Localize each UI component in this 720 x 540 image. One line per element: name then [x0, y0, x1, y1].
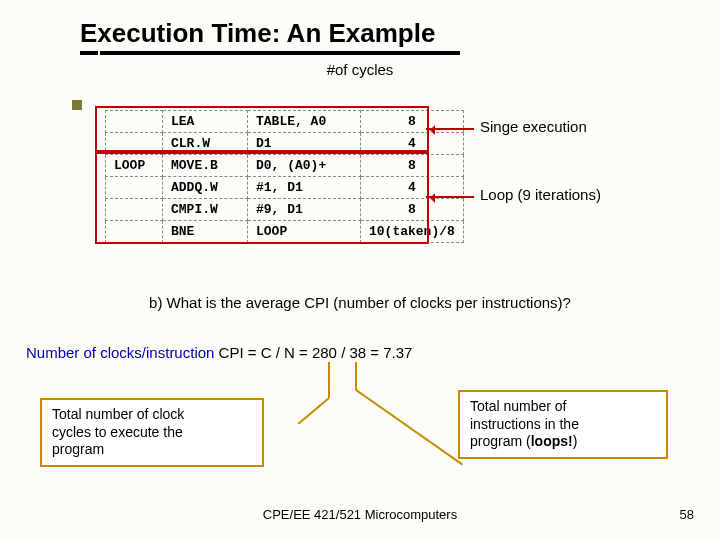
col-cycles: 8 [361, 155, 464, 177]
title-underline [80, 51, 460, 55]
arrow-single-icon [426, 128, 474, 130]
callout-line: program ( [470, 433, 531, 449]
connector-diag-left-icon [298, 397, 330, 424]
col-mnemonic: CLR.W [163, 133, 248, 155]
annot-loop: Loop (9 iterations) [480, 186, 601, 203]
col-label [106, 221, 163, 243]
annot-single: Singe execution [480, 118, 587, 135]
col-cycles: 8 [361, 199, 464, 221]
col-operands: #9, D1 [248, 199, 361, 221]
arrow-loop-icon [426, 196, 474, 198]
callout-line: Total number of clock [52, 406, 184, 422]
col-label [106, 111, 163, 133]
callout-line-bold: loops! [531, 433, 573, 449]
table-row: BNE LOOP 10(taken)/8 [106, 221, 464, 243]
page-number: 58 [680, 507, 694, 522]
cpi-line: Number of clocks/instruction CPI = C / N… [26, 344, 412, 361]
callout-line: program [52, 441, 104, 457]
col-cycles: 4 [361, 133, 464, 155]
col-operands: D0, (A0)+ [248, 155, 361, 177]
callout-line: Total number of [470, 398, 567, 414]
callout-total-instructions: Total number of instructions in the prog… [458, 390, 668, 459]
connector-left-icon [328, 362, 330, 398]
bullet-icon [72, 100, 82, 110]
cycles-header: #of cycles [0, 61, 720, 78]
footer-course: CPE/EE 421/521 Microcomputers [0, 507, 720, 522]
callout-line: instructions in the [470, 416, 579, 432]
col-operands: TABLE, A0 [248, 111, 361, 133]
col-mnemonic: MOVE.B [163, 155, 248, 177]
col-mnemonic: BNE [163, 221, 248, 243]
connector-diag-right-icon [355, 389, 463, 465]
slide-title: Execution Time: An Example [0, 0, 720, 51]
table-row: LEA TABLE, A0 8 [106, 111, 464, 133]
col-label [106, 199, 163, 221]
col-operands: D1 [248, 133, 361, 155]
col-operands: LOOP [248, 221, 361, 243]
col-cycles: 10(taken)/8 [361, 221, 464, 243]
table-row: CMPI.W #9, D1 8 [106, 199, 464, 221]
col-mnemonic: ADDQ.W [163, 177, 248, 199]
cpi-formula: CPI = C / N = 280 / 38 = 7.37 [219, 344, 413, 361]
cpi-prefix: Number of clocks/instruction [26, 344, 219, 361]
callout-line: cycles to execute the [52, 424, 183, 440]
table-row: ADDQ.W #1, D1 4 [106, 177, 464, 199]
question-b: b) What is the average CPI (number of cl… [40, 294, 680, 311]
col-label [106, 133, 163, 155]
table-row: LOOP MOVE.B D0, (A0)+ 8 [106, 155, 464, 177]
col-label [106, 177, 163, 199]
instruction-table: LEA TABLE, A0 8 CLR.W D1 4 LOOP MOVE.B D… [105, 110, 464, 243]
callout-line: ) [573, 433, 578, 449]
col-operands: #1, D1 [248, 177, 361, 199]
col-mnemonic: LEA [163, 111, 248, 133]
col-label: LOOP [106, 155, 163, 177]
col-mnemonic: CMPI.W [163, 199, 248, 221]
callout-total-clocks: Total number of clock cycles to execute … [40, 398, 264, 467]
table-row: CLR.W D1 4 [106, 133, 464, 155]
connector-right-icon [355, 362, 357, 390]
